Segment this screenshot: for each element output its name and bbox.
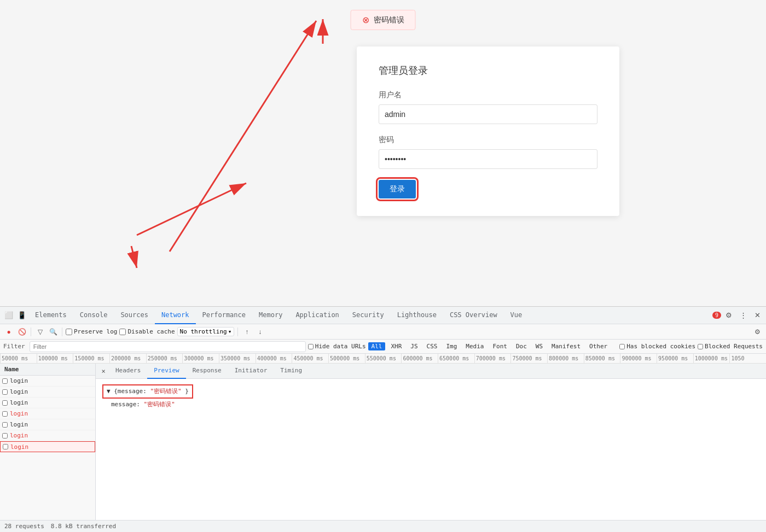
devtools-close-icon[interactable]: ✕ bbox=[751, 309, 764, 322]
detail-tab-headers[interactable]: Headers bbox=[109, 364, 147, 379]
svg-line-3 bbox=[137, 183, 246, 235]
login-form-container: 管理员登录 用户名 密码 登录 bbox=[357, 46, 619, 216]
filter-input[interactable] bbox=[30, 341, 306, 352]
disable-cache-checkbox[interactable] bbox=[119, 329, 126, 335]
tab-css-overview[interactable]: CSS Overview bbox=[443, 307, 504, 324]
list-item[interactable]: login bbox=[0, 387, 95, 397]
filter-other[interactable]: Other bbox=[586, 342, 611, 350]
list-item[interactable]: login bbox=[0, 419, 95, 430]
network-request-list: Name login login login login bbox=[0, 364, 96, 520]
timeline-bar: 50000 ms 100000 ms 150000 ms 200000 ms 2… bbox=[0, 354, 766, 364]
detail-tab-initiator[interactable]: Initiator bbox=[228, 364, 274, 379]
json-message-value-1: "密码错误" bbox=[150, 388, 181, 395]
status-transferred: 8.8 kB transferred bbox=[51, 523, 116, 530]
tick-17: 850000 ms bbox=[584, 354, 620, 363]
list-item[interactable]: login bbox=[0, 376, 95, 387]
svg-line-4 bbox=[131, 246, 137, 268]
detail-tab-response[interactable]: Response bbox=[186, 364, 228, 379]
username-input[interactable] bbox=[379, 104, 597, 124]
tick-3: 150000 ms bbox=[73, 354, 109, 363]
tick-13: 650000 ms bbox=[438, 354, 474, 363]
list-item[interactable]: login bbox=[0, 397, 95, 408]
request-checkbox-2[interactable] bbox=[2, 389, 8, 395]
request-checkbox-1[interactable] bbox=[2, 378, 8, 384]
stop-recording-button[interactable]: 🚫 bbox=[16, 326, 27, 337]
preserve-log-label[interactable]: Preserve log bbox=[66, 328, 117, 335]
tab-performance[interactable]: Performance bbox=[196, 307, 252, 324]
devtools-settings-icon[interactable]: ⚙ bbox=[722, 309, 735, 322]
has-blocked-cookies-checkbox[interactable] bbox=[619, 344, 625, 349]
browser-content: ⊗ 密码错误 管理员登录 用户名 密码 登录 bbox=[0, 0, 766, 306]
list-item[interactable]: login bbox=[0, 408, 95, 419]
request-checkbox-6[interactable] bbox=[2, 433, 8, 439]
filter-all[interactable]: All bbox=[368, 342, 386, 350]
tab-sources[interactable]: Sources bbox=[114, 307, 155, 324]
request-name-3: login bbox=[10, 399, 28, 406]
tick-7: 350000 ms bbox=[219, 354, 256, 363]
json-expand-icon: ▼ bbox=[107, 388, 114, 395]
request-name-5: login bbox=[10, 421, 28, 428]
tick-14: 700000 ms bbox=[474, 354, 511, 363]
request-checkbox-3[interactable] bbox=[2, 400, 8, 406]
tab-network[interactable]: Network bbox=[155, 307, 196, 324]
disable-cache-text: Disable cache bbox=[127, 328, 175, 335]
tab-elements[interactable]: Elements bbox=[28, 307, 73, 324]
filter-icon[interactable]: ▽ bbox=[34, 326, 45, 337]
detail-tab-preview[interactable]: Preview bbox=[147, 364, 185, 379]
record-button[interactable]: ● bbox=[3, 326, 14, 337]
detail-close-button[interactable]: × bbox=[98, 366, 109, 377]
throttling-dropdown[interactable]: No throttling ▾ bbox=[177, 327, 235, 336]
blocked-requests-label[interactable]: Blocked Requests bbox=[698, 343, 763, 350]
devtools-more-icon[interactable]: ⋮ bbox=[736, 309, 750, 322]
import-button[interactable]: ↑ bbox=[241, 326, 252, 337]
devtools-cursor-icon[interactable]: ⬜ bbox=[2, 309, 15, 322]
network-detail-panel: × Headers Preview Response Initiator Tim… bbox=[96, 364, 766, 520]
filter-ws[interactable]: WS bbox=[532, 342, 546, 350]
preserve-log-checkbox[interactable] bbox=[66, 329, 72, 335]
login-button[interactable]: 登录 bbox=[379, 180, 416, 198]
tab-security[interactable]: Security bbox=[346, 307, 391, 324]
filter-xhr[interactable]: XHR bbox=[387, 342, 405, 350]
tick-2: 100000 ms bbox=[37, 354, 73, 363]
tick-5: 250000 ms bbox=[146, 354, 183, 363]
json-highlighted-block: ▼ {message: "密码错误" } bbox=[102, 384, 193, 399]
tab-lighthouse[interactable]: Lighthouse bbox=[391, 307, 443, 324]
filter-css[interactable]: CSS bbox=[423, 342, 441, 350]
devtools-device-icon[interactable]: 📱 bbox=[15, 309, 28, 322]
tab-memory[interactable]: Memory bbox=[252, 307, 289, 324]
tick-1: 50000 ms bbox=[0, 354, 37, 363]
has-blocked-cookies-label[interactable]: Has blocked cookies bbox=[619, 343, 695, 350]
hide-data-urls-checkbox[interactable] bbox=[308, 344, 314, 349]
tab-application[interactable]: Application bbox=[289, 307, 345, 324]
password-input[interactable] bbox=[379, 149, 597, 169]
filter-font[interactable]: Font bbox=[489, 342, 510, 350]
list-item[interactable]: login bbox=[0, 430, 95, 441]
filter-img[interactable]: Img bbox=[443, 342, 460, 350]
preserve-log-text: Preserve log bbox=[74, 328, 117, 335]
toolbar-divider-2 bbox=[62, 328, 62, 336]
filter-media[interactable]: Media bbox=[462, 342, 487, 350]
request-checkbox-5[interactable] bbox=[2, 422, 8, 428]
hide-data-urls-label[interactable]: Hide data URLs bbox=[308, 343, 366, 350]
tick-6: 300000 ms bbox=[182, 354, 219, 363]
filter-doc[interactable]: Doc bbox=[513, 342, 530, 350]
request-checkbox-4[interactable] bbox=[2, 411, 8, 417]
blocked-requests-checkbox[interactable] bbox=[698, 344, 703, 349]
toolbar-divider-3 bbox=[237, 328, 238, 336]
network-settings-icon[interactable]: ⚙ bbox=[752, 326, 763, 337]
detail-tab-timing[interactable]: Timing bbox=[274, 364, 309, 379]
tab-vue[interactable]: Vue bbox=[504, 307, 529, 324]
tab-console[interactable]: Console bbox=[73, 307, 114, 324]
json-line-1: ▼ {message: "密码错误" } bbox=[102, 383, 759, 400]
request-checkbox-7[interactable] bbox=[3, 444, 8, 449]
search-icon[interactable]: 🔍 bbox=[48, 326, 59, 337]
request-name-1: login bbox=[10, 377, 28, 384]
export-button[interactable]: ↓ bbox=[254, 326, 265, 337]
filter-manifest[interactable]: Manifest bbox=[548, 342, 584, 350]
disable-cache-label[interactable]: Disable cache bbox=[119, 328, 175, 335]
list-item-selected[interactable]: login bbox=[0, 441, 95, 452]
name-column-header: Name bbox=[0, 364, 95, 376]
filter-js[interactable]: JS bbox=[407, 342, 421, 350]
filter-bar: Filter Hide data URLs All XHR JS CSS Img… bbox=[0, 340, 766, 354]
tick-9: 450000 ms bbox=[292, 354, 328, 363]
